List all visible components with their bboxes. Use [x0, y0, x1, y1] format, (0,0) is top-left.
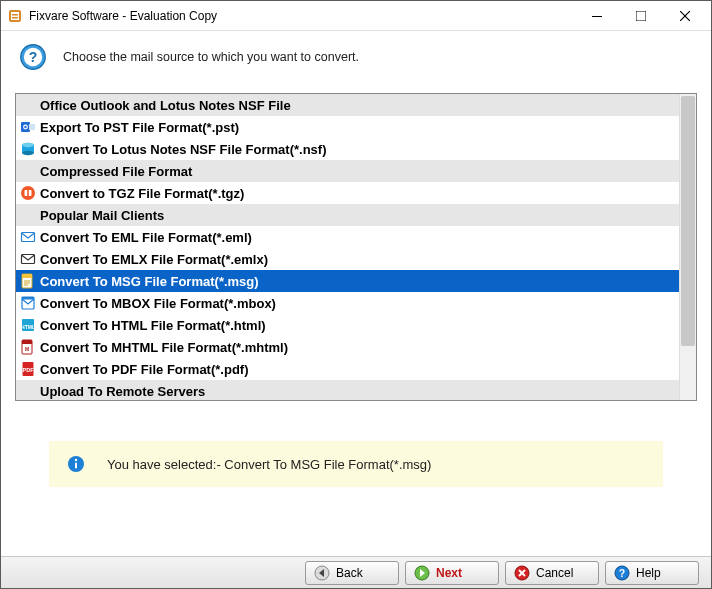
list-item-label: Convert To EML File Format(*.eml) — [40, 230, 252, 245]
tgz-icon — [20, 185, 36, 201]
svg-rect-30 — [22, 297, 34, 300]
scrollbar[interactable] — [679, 94, 696, 400]
wizard-header: ? Choose the mail source to which you wa… — [1, 31, 711, 93]
list-item[interactable]: Convert To EMLX File Format(*.emlx) — [16, 248, 679, 270]
scroll-thumb[interactable] — [681, 96, 695, 346]
mbox-icon — [20, 295, 36, 311]
back-arrow-icon — [314, 565, 330, 581]
svg-point-18 — [22, 143, 34, 147]
svg-text:?: ? — [29, 49, 38, 65]
list-item[interactable]: PDFConvert To PDF File Format(*.pdf) — [16, 358, 679, 380]
svg-rect-4 — [592, 16, 602, 17]
back-button[interactable]: Back — [305, 561, 399, 585]
help-label: Help — [636, 566, 661, 580]
svg-rect-5 — [636, 11, 646, 21]
svg-text:M: M — [25, 346, 29, 352]
svg-point-17 — [22, 151, 34, 155]
list-item[interactable]: HTMLConvert To HTML File Format(*.html) — [16, 314, 679, 336]
list-item[interactable]: Convert To MSG File Format(*.msg) — [16, 270, 679, 292]
svg-rect-2 — [12, 14, 18, 16]
list-item-label: Upload To Remote Servers — [40, 384, 205, 399]
minimize-button[interactable] — [575, 1, 619, 31]
svg-rect-39 — [75, 463, 77, 469]
list-item-label: Compressed File Format — [40, 164, 192, 179]
maximize-button[interactable] — [619, 1, 663, 31]
eml-icon — [20, 229, 36, 245]
svg-rect-14 — [29, 124, 35, 130]
list-item-label: Convert To MBOX File Format(*.mbox) — [40, 296, 276, 311]
list-section-header: Compressed File Format — [16, 160, 679, 182]
list-item[interactable]: Export To PST File Format(*.pst) — [16, 116, 679, 138]
list-item-label: Popular Mail Clients — [40, 208, 164, 223]
list-item-label: Convert To Lotus Notes NSF File Format(*… — [40, 142, 327, 157]
html-icon: HTML — [20, 317, 36, 333]
list-item[interactable]: Convert To Lotus Notes NSF File Format(*… — [16, 138, 679, 160]
selection-info-bar: You have selected:- Convert To MSG File … — [49, 441, 663, 487]
window-title: Fixvare Software - Evaluation Copy — [29, 9, 575, 23]
list-section-header: Popular Mail Clients — [16, 204, 679, 226]
svg-rect-3 — [12, 17, 18, 19]
list-item-label: Export To PST File Format(*.pst) — [40, 120, 239, 135]
svg-text:HTML: HTML — [21, 324, 35, 330]
nsf-icon — [20, 141, 36, 157]
info-icon — [67, 455, 85, 473]
list-item[interactable]: MConvert To MHTML File Format(*.mhtml) — [16, 336, 679, 358]
list-item-label: Convert To HTML File Format(*.html) — [40, 318, 266, 333]
svg-rect-21 — [27, 190, 29, 196]
emlx-icon — [20, 251, 36, 267]
footer-bar: Back Next Cancel ? Help — [1, 556, 711, 588]
mhtml-icon: M — [20, 339, 36, 355]
titlebar: Fixvare Software - Evaluation Copy — [1, 1, 711, 31]
svg-rect-1 — [11, 12, 19, 20]
svg-text:?: ? — [619, 568, 625, 579]
msg-icon — [20, 273, 36, 289]
wizard-prompt: Choose the mail source to which you want… — [63, 50, 359, 64]
list-item-label: Convert to TGZ File Format(*.tgz) — [40, 186, 244, 201]
list-item-label: Convert To PDF File Format(*.pdf) — [40, 362, 248, 377]
next-button[interactable]: Next — [405, 561, 499, 585]
list-section-header: Upload To Remote Servers — [16, 380, 679, 400]
close-button[interactable] — [663, 1, 707, 31]
list-item-label: Convert To MHTML File Format(*.mhtml) — [40, 340, 288, 355]
list-item-label: Convert To EMLX File Format(*.emlx) — [40, 252, 268, 267]
cancel-button[interactable]: Cancel — [505, 561, 599, 585]
app-icon — [7, 8, 23, 24]
list-item[interactable]: Convert To MBOX File Format(*.mbox) — [16, 292, 679, 314]
list-item-label: Office Outlook and Lotus Notes NSF File — [40, 98, 291, 113]
svg-rect-25 — [22, 274, 32, 278]
format-list: Office Outlook and Lotus Notes NSF FileE… — [15, 93, 697, 401]
svg-text:PDF: PDF — [23, 367, 35, 373]
list-item-label: Convert To MSG File Format(*.msg) — [40, 274, 259, 289]
outlook-icon — [20, 119, 36, 135]
help-button[interactable]: ? Help — [605, 561, 699, 585]
next-arrow-icon — [414, 565, 430, 581]
cancel-label: Cancel — [536, 566, 573, 580]
svg-rect-34 — [22, 340, 32, 344]
list-item[interactable]: Convert To EML File Format(*.eml) — [16, 226, 679, 248]
question-icon: ? — [19, 43, 47, 71]
cancel-icon — [514, 565, 530, 581]
next-label: Next — [436, 566, 462, 580]
svg-point-13 — [24, 126, 26, 128]
list-item[interactable]: Convert to TGZ File Format(*.tgz) — [16, 182, 679, 204]
back-label: Back — [336, 566, 363, 580]
svg-point-40 — [75, 459, 77, 461]
help-icon: ? — [614, 565, 630, 581]
pdf-icon: PDF — [20, 361, 36, 377]
app-window: Fixvare Software - Evaluation Copy ? Cho… — [0, 0, 712, 589]
list-section-header: Office Outlook and Lotus Notes NSF File — [16, 94, 679, 116]
selection-info-text: You have selected:- Convert To MSG File … — [107, 457, 431, 472]
